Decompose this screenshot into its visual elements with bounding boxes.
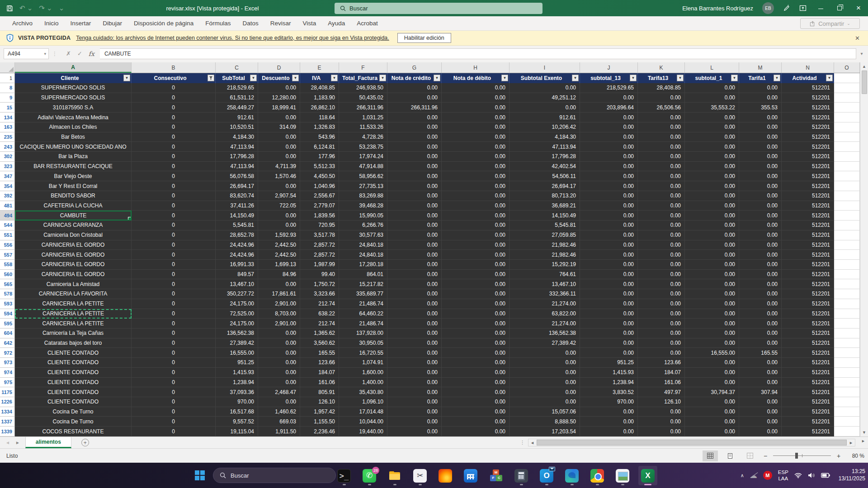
grid-cell[interactable]: 26,694.17 — [216, 181, 258, 191]
grid-cell[interactable]: 24,840.18 — [339, 240, 387, 250]
column-letter-M[interactable]: M — [739, 62, 782, 73]
grid-cell[interactable]: 0.00 — [387, 270, 442, 280]
grid-cell[interactable]: 0 — [132, 221, 216, 230]
grid-cell[interactable]: 14,150.49 — [509, 211, 580, 221]
grid-cell[interactable]: 512201 — [782, 181, 834, 191]
grid-cell[interactable]: 27,735.13 — [339, 181, 387, 191]
grid-cell[interactable]: 0 — [132, 201, 216, 211]
excel-taskbar-button[interactable]: X — [638, 466, 657, 485]
grid-cell[interactable]: 0.00 — [580, 122, 638, 132]
grid-cell[interactable]: 17,861.61 — [258, 289, 300, 299]
grid-cell[interactable]: 0.00 — [739, 270, 782, 280]
grid-cell[interactable]: 2,857.72 — [300, 250, 339, 260]
grid-cell[interactable]: 0.00 — [442, 289, 509, 299]
grid-cell[interactable]: 0.00 — [638, 417, 685, 427]
column-header-14[interactable]: Actividad▼ — [782, 73, 834, 83]
column-header-8[interactable]: Nota de débito▼ — [442, 73, 509, 83]
grid-cell-empty[interactable] — [834, 328, 860, 338]
grid-cell[interactable]: 0.00 — [685, 427, 739, 436]
grid-cell[interactable]: 27,389.42 — [216, 338, 258, 348]
grid-cell[interactable]: 0.00 — [258, 181, 300, 191]
filter-dropdown-button[interactable]: ▼ — [774, 75, 780, 81]
grid-cell[interactable]: 0.00 — [442, 211, 509, 221]
grid-cell[interactable]: 0.00 — [442, 397, 509, 407]
vertical-scrollbar[interactable]: ▲ ▼ — [860, 62, 868, 436]
grid-cell[interactable]: CLIENTE CONTADO — [15, 378, 132, 388]
grid-cell[interactable]: 512201 — [782, 122, 834, 132]
row-header-235[interactable]: 235 — [0, 132, 15, 142]
grid-cell[interactable]: 0.00 — [685, 142, 739, 152]
grid-cell[interactable]: 4,184.30 — [509, 132, 580, 142]
filter-dropdown-button[interactable]: ▼ — [292, 75, 299, 81]
normal-view-button[interactable] — [703, 450, 718, 461]
row-header-1337[interactable]: 1337 — [0, 417, 15, 427]
grid-cell[interactable]: CARNICERIA LA PETITE — [15, 299, 132, 309]
grid-cell[interactable]: SUPERMERCADO SOLIS — [15, 83, 132, 93]
grid-cell[interactable]: 258,449.27 — [216, 103, 258, 113]
grid-cell[interactable]: 764.61 — [509, 270, 580, 280]
grid-cell-empty[interactable] — [834, 407, 860, 417]
terminal-taskbar-button[interactable]: >_ — [335, 466, 354, 485]
grid-cell-empty[interactable] — [834, 181, 860, 191]
grid-cell[interactable]: 17,974.24 — [339, 152, 387, 162]
account-name[interactable]: Elena Barrantes Rodríguez — [682, 5, 753, 12]
grid-cell[interactable]: 335,689.77 — [339, 289, 387, 299]
row-header-642[interactable]: 642 — [0, 338, 15, 348]
grid-cell[interactable]: 314.09 — [258, 122, 300, 132]
grid-cell[interactable]: CARNICERIA EL GORDO — [15, 270, 132, 280]
grid-cell-empty[interactable] — [834, 397, 860, 407]
row-header-347[interactable]: 347 — [0, 171, 15, 181]
row-header-974[interactable]: 974 — [0, 368, 15, 378]
grid-cell[interactable]: 28,652.78 — [216, 230, 258, 240]
grid-cell[interactable]: 1,074.91 — [339, 358, 387, 368]
grid-cell-empty[interactable] — [834, 299, 860, 309]
grid-cell[interactable]: 951.25 — [216, 358, 258, 368]
grid-cell[interactable]: 10,206.42 — [509, 122, 580, 132]
grid-cell[interactable]: 512201 — [782, 289, 834, 299]
grid-cell[interactable]: 53,238.75 — [339, 142, 387, 152]
grid-cell[interactable]: 30,794.37 — [685, 387, 739, 397]
grid-cell[interactable]: 0.00 — [739, 152, 782, 162]
grid-cell[interactable]: 0.00 — [387, 417, 442, 427]
grid-cell[interactable]: 3,830.52 — [580, 387, 638, 397]
row-header-1334[interactable]: 1334 — [0, 407, 15, 417]
grid-cell[interactable]: 0.00 — [685, 250, 739, 260]
save-icon[interactable] — [6, 5, 13, 12]
grid-cell[interactable]: 512201 — [782, 201, 834, 211]
grid-cell[interactable]: 0.00 — [739, 289, 782, 299]
vertical-scroll-thumb[interactable] — [862, 70, 867, 94]
row-header-558[interactable]: 558 — [0, 260, 15, 270]
grid-cell[interactable]: 161.06 — [638, 378, 685, 388]
grid-cell-empty[interactable] — [834, 250, 860, 260]
grid-cell[interactable]: 0.00 — [258, 221, 300, 230]
grid-cell[interactable]: 0.00 — [580, 171, 638, 181]
grid-cell[interactable]: 0.00 — [638, 162, 685, 172]
grid-cell[interactable]: 0.00 — [739, 113, 782, 122]
grid-cell[interactable]: 0.00 — [258, 378, 300, 388]
grid-cell[interactable]: 0.00 — [580, 201, 638, 211]
grid-cell[interactable]: 0.00 — [258, 397, 300, 407]
grid-cell-empty[interactable] — [834, 142, 860, 152]
grid-cell[interactable]: 47,113.94 — [216, 142, 258, 152]
column-letter-D[interactable]: D — [258, 62, 300, 73]
row-header-392[interactable]: 392 — [0, 191, 15, 201]
blocks-app-taskbar-button[interactable]: MFC — [486, 466, 505, 485]
grid-cell[interactable]: 63,822.00 — [509, 309, 580, 319]
edge-taskbar-button[interactable] — [562, 466, 581, 485]
grid-cell[interactable]: 28,408.85 — [300, 83, 339, 93]
grid-cell[interactable]: 16,555.00 — [685, 348, 739, 358]
column-header-5[interactable]: IVA▼ — [300, 73, 339, 83]
grid-cell[interactable]: COCOS RESTAURANTE — [15, 427, 132, 436]
grid-cell[interactable]: 0.00 — [739, 279, 782, 289]
grid-cell[interactable]: 47,113.94 — [216, 162, 258, 172]
grid-cell[interactable]: Adialvi Valezca Mena Medina — [15, 113, 132, 122]
grid-cell[interactable]: 2,236.46 — [300, 427, 339, 436]
grid-cell[interactable]: 0.00 — [580, 260, 638, 270]
row-header-1175[interactable]: 1175 — [0, 387, 15, 397]
grid-cell[interactable]: 0 — [132, 260, 216, 270]
zoom-slider[interactable] — [773, 455, 831, 456]
grid-cell[interactable]: 0.00 — [387, 142, 442, 152]
grid-cell[interactable]: 720.95 — [300, 221, 339, 230]
grid-cell-empty[interactable] — [834, 289, 860, 299]
grid-cell[interactable]: 912.61 — [509, 113, 580, 122]
